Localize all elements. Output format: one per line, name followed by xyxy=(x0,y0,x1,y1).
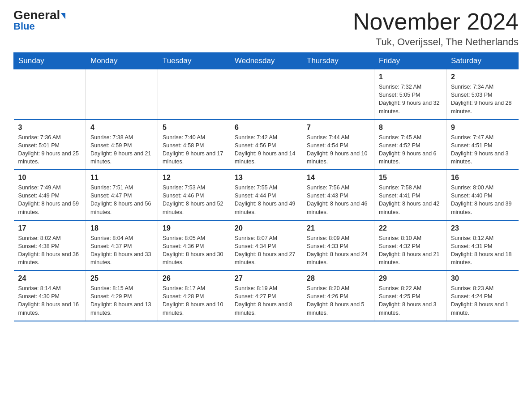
day-number: 7 xyxy=(307,124,369,132)
calendar-week-1: 1Sunrise: 7:32 AM Sunset: 5:05 PM Daylig… xyxy=(14,69,519,120)
calendar-week-2: 3Sunrise: 7:36 AM Sunset: 5:01 PM Daylig… xyxy=(14,120,519,170)
calendar-cell: 10Sunrise: 7:49 AM Sunset: 4:49 PM Dayli… xyxy=(14,170,86,220)
calendar-cell: 15Sunrise: 7:58 AM Sunset: 4:41 PM Dayli… xyxy=(374,170,446,220)
day-info: Sunrise: 8:15 AM Sunset: 4:29 PM Dayligh… xyxy=(90,284,153,317)
day-info: Sunrise: 7:47 AM Sunset: 4:51 PM Dayligh… xyxy=(451,133,514,166)
day-number: 18 xyxy=(90,224,153,232)
day-number: 25 xyxy=(90,274,153,283)
day-info: Sunrise: 7:38 AM Sunset: 4:59 PM Dayligh… xyxy=(90,133,153,166)
day-info: Sunrise: 8:00 AM Sunset: 4:40 PM Dayligh… xyxy=(451,184,514,216)
calendar-cell: 7Sunrise: 7:44 AM Sunset: 4:54 PM Daylig… xyxy=(302,120,374,170)
day-number: 21 xyxy=(307,224,369,232)
day-info: Sunrise: 7:32 AM Sunset: 5:05 PM Dayligh… xyxy=(379,83,442,116)
day-info: Sunrise: 8:05 AM Sunset: 4:36 PM Dayligh… xyxy=(163,234,225,267)
calendar-cell: 19Sunrise: 8:05 AM Sunset: 4:36 PM Dayli… xyxy=(158,220,230,271)
calendar-cell: 28Sunrise: 8:20 AM Sunset: 4:26 PM Dayli… xyxy=(302,270,374,321)
day-info: Sunrise: 8:22 AM Sunset: 4:25 PM Dayligh… xyxy=(379,284,442,317)
page-header: General Blue November 2024 Tuk, Overijss… xyxy=(13,9,519,48)
day-number: 16 xyxy=(451,174,514,182)
calendar-cell: 4Sunrise: 7:38 AM Sunset: 4:59 PM Daylig… xyxy=(86,120,158,170)
day-number: 17 xyxy=(18,224,82,232)
day-number: 29 xyxy=(379,274,442,283)
day-info: Sunrise: 8:12 AM Sunset: 4:31 PM Dayligh… xyxy=(451,234,514,267)
day-info: Sunrise: 8:14 AM Sunset: 4:30 PM Dayligh… xyxy=(18,284,82,317)
calendar-cell: 12Sunrise: 7:53 AM Sunset: 4:46 PM Dayli… xyxy=(158,170,230,220)
day-number: 15 xyxy=(379,174,442,182)
calendar-cell: 27Sunrise: 8:19 AM Sunset: 4:27 PM Dayli… xyxy=(230,270,302,321)
calendar-week-3: 10Sunrise: 7:49 AM Sunset: 4:49 PM Dayli… xyxy=(14,170,519,220)
calendar-header-wednesday: Wednesday xyxy=(230,53,302,69)
day-info: Sunrise: 7:42 AM Sunset: 4:56 PM Dayligh… xyxy=(235,133,297,166)
day-number: 22 xyxy=(379,224,442,232)
day-number: 5 xyxy=(163,124,225,132)
calendar-cell: 2Sunrise: 7:34 AM Sunset: 5:03 PM Daylig… xyxy=(446,69,519,120)
calendar-cell xyxy=(230,69,302,120)
title-block: November 2024 Tuk, Overijssel, The Nethe… xyxy=(353,9,519,48)
calendar-cell: 14Sunrise: 7:56 AM Sunset: 4:43 PM Dayli… xyxy=(302,170,374,220)
day-number: 6 xyxy=(235,124,297,132)
calendar-header-tuesday: Tuesday xyxy=(158,53,230,69)
day-number: 4 xyxy=(90,124,153,132)
day-number: 1 xyxy=(379,73,442,81)
logo: General Blue xyxy=(13,9,65,32)
day-info: Sunrise: 7:40 AM Sunset: 4:58 PM Dayligh… xyxy=(163,133,225,166)
day-info: Sunrise: 7:51 AM Sunset: 4:47 PM Dayligh… xyxy=(90,184,153,216)
day-info: Sunrise: 8:20 AM Sunset: 4:26 PM Dayligh… xyxy=(307,284,369,317)
calendar-cell: 22Sunrise: 8:10 AM Sunset: 4:32 PM Dayli… xyxy=(374,220,446,271)
calendar-cell: 17Sunrise: 8:02 AM Sunset: 4:38 PM Dayli… xyxy=(14,220,86,271)
day-info: Sunrise: 8:02 AM Sunset: 4:38 PM Dayligh… xyxy=(18,234,82,267)
calendar-cell xyxy=(158,69,230,120)
calendar-cell: 13Sunrise: 7:55 AM Sunset: 4:44 PM Dayli… xyxy=(230,170,302,220)
calendar-cell: 9Sunrise: 7:47 AM Sunset: 4:51 PM Daylig… xyxy=(446,120,519,170)
day-info: Sunrise: 8:23 AM Sunset: 4:24 PM Dayligh… xyxy=(451,284,514,317)
calendar-header-friday: Friday xyxy=(374,53,446,69)
calendar-cell: 11Sunrise: 7:51 AM Sunset: 4:47 PM Dayli… xyxy=(86,170,158,220)
day-number: 13 xyxy=(235,174,297,182)
day-info: Sunrise: 7:34 AM Sunset: 5:03 PM Dayligh… xyxy=(451,83,514,116)
calendar-cell: 29Sunrise: 8:22 AM Sunset: 4:25 PM Dayli… xyxy=(374,270,446,321)
day-number: 3 xyxy=(18,124,82,132)
calendar-header-sunday: Sunday xyxy=(14,53,86,69)
day-info: Sunrise: 8:04 AM Sunset: 4:37 PM Dayligh… xyxy=(90,234,153,267)
day-info: Sunrise: 8:09 AM Sunset: 4:33 PM Dayligh… xyxy=(307,234,369,267)
calendar-table: SundayMondayTuesdayWednesdayThursdayFrid… xyxy=(13,52,519,321)
day-info: Sunrise: 7:45 AM Sunset: 4:52 PM Dayligh… xyxy=(379,133,442,166)
calendar-cell: 18Sunrise: 8:04 AM Sunset: 4:37 PM Dayli… xyxy=(86,220,158,271)
calendar-cell: 5Sunrise: 7:40 AM Sunset: 4:58 PM Daylig… xyxy=(158,120,230,170)
calendar-cell: 24Sunrise: 8:14 AM Sunset: 4:30 PM Dayli… xyxy=(14,270,86,321)
day-info: Sunrise: 7:58 AM Sunset: 4:41 PM Dayligh… xyxy=(379,184,442,216)
calendar-cell: 25Sunrise: 8:15 AM Sunset: 4:29 PM Dayli… xyxy=(86,270,158,321)
day-number: 19 xyxy=(163,224,225,232)
calendar-week-5: 24Sunrise: 8:14 AM Sunset: 4:30 PM Dayli… xyxy=(14,270,519,321)
day-info: Sunrise: 7:44 AM Sunset: 4:54 PM Dayligh… xyxy=(307,133,369,166)
logo-general-text: General xyxy=(13,9,65,21)
day-info: Sunrise: 7:56 AM Sunset: 4:43 PM Dayligh… xyxy=(307,184,369,216)
day-number: 28 xyxy=(307,274,369,283)
calendar-header-monday: Monday xyxy=(86,53,158,69)
calendar-week-4: 17Sunrise: 8:02 AM Sunset: 4:38 PM Dayli… xyxy=(14,220,519,271)
calendar-cell xyxy=(14,69,86,120)
day-number: 2 xyxy=(451,73,514,81)
calendar-header-saturday: Saturday xyxy=(446,53,519,69)
calendar-header-row: SundayMondayTuesdayWednesdayThursdayFrid… xyxy=(14,53,519,69)
month-title: November 2024 xyxy=(353,9,519,34)
day-number: 12 xyxy=(163,174,225,182)
calendar-cell: 21Sunrise: 8:09 AM Sunset: 4:33 PM Dayli… xyxy=(302,220,374,271)
day-info: Sunrise: 7:53 AM Sunset: 4:46 PM Dayligh… xyxy=(163,184,225,216)
logo-blue-text: Blue xyxy=(13,21,35,32)
day-info: Sunrise: 8:17 AM Sunset: 4:28 PM Dayligh… xyxy=(163,284,225,317)
day-info: Sunrise: 8:07 AM Sunset: 4:34 PM Dayligh… xyxy=(235,234,297,267)
calendar-cell: 1Sunrise: 7:32 AM Sunset: 5:05 PM Daylig… xyxy=(374,69,446,120)
calendar-cell xyxy=(86,69,158,120)
logo-general-label: General xyxy=(13,8,60,22)
day-number: 26 xyxy=(163,274,225,283)
day-number: 27 xyxy=(235,274,297,283)
calendar-cell: 30Sunrise: 8:23 AM Sunset: 4:24 PM Dayli… xyxy=(446,270,519,321)
day-info: Sunrise: 8:19 AM Sunset: 4:27 PM Dayligh… xyxy=(235,284,297,317)
day-number: 11 xyxy=(90,174,153,182)
location-title: Tuk, Overijssel, The Netherlands xyxy=(353,36,519,48)
calendar-cell: 6Sunrise: 7:42 AM Sunset: 4:56 PM Daylig… xyxy=(230,120,302,170)
calendar-cell: 23Sunrise: 8:12 AM Sunset: 4:31 PM Dayli… xyxy=(446,220,519,271)
calendar-cell xyxy=(302,69,374,120)
calendar-cell: 3Sunrise: 7:36 AM Sunset: 5:01 PM Daylig… xyxy=(14,120,86,170)
